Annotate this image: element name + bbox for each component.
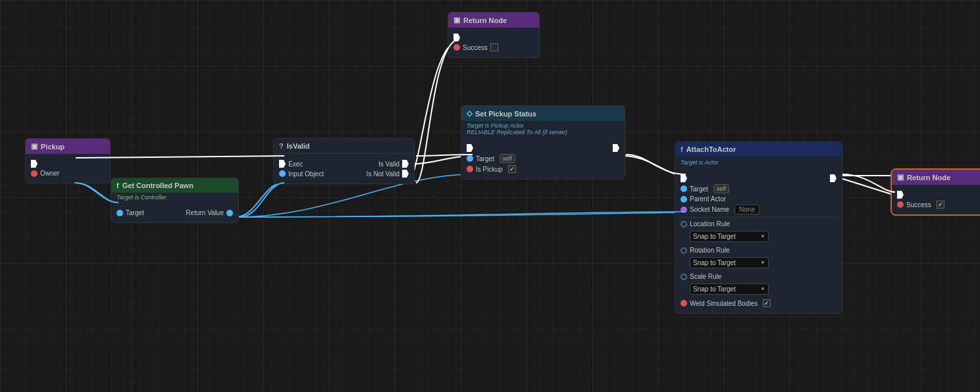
attach-location-value: Snap to Target xyxy=(693,233,736,240)
return-node-1-title: Return Node xyxy=(463,16,507,24)
attach-exec-out[interactable] xyxy=(830,174,837,182)
attach-parent-row: Parent Actor xyxy=(681,195,837,203)
set-pickup-ispickup-row: Is Pickup xyxy=(467,165,619,173)
get-controlled-pawn-target-pin[interactable] xyxy=(116,210,123,216)
set-pickup-ispickup-pin[interactable] xyxy=(467,166,473,172)
function-icon-attach: f xyxy=(681,145,683,153)
attach-rotation-label: Rotation Rule xyxy=(690,247,730,254)
question-icon: ? xyxy=(279,142,284,150)
attach-rotation-arrow: ▼ xyxy=(760,260,765,266)
set-pickup-ispickup-checkbox[interactable] xyxy=(508,165,516,173)
attach-rotation-pin xyxy=(681,247,687,254)
set-pickup-exec-row xyxy=(467,144,619,152)
pickup-owner-label: Owner xyxy=(40,170,59,177)
isvalid-isnotvalid-pin[interactable] xyxy=(402,170,409,178)
diamond-icon: ◇ xyxy=(467,109,472,118)
return1-icon: ▣ xyxy=(453,16,460,24)
isvalid-isvalid-pin[interactable] xyxy=(402,160,409,168)
attach-target-value: self xyxy=(713,184,729,193)
set-pickup-ispickup-label: Is Pickup xyxy=(476,166,503,173)
pickup-exec-out[interactable] xyxy=(31,160,38,168)
return1-success-pin[interactable] xyxy=(453,44,460,51)
return2-exec-row xyxy=(897,191,979,199)
isvalid-exec-in[interactable] xyxy=(279,160,286,168)
function-icon: f xyxy=(116,182,119,189)
return-node-1-header: ▣ Return Node xyxy=(448,12,539,28)
isvalid-input-label: Input Object xyxy=(288,170,324,178)
set-pickup-target-value: self xyxy=(500,154,515,163)
get-controlled-pawn-return-label: Return Value xyxy=(186,209,224,216)
return1-success-checkbox[interactable] xyxy=(490,43,498,51)
attach-target-row: Target self xyxy=(681,184,837,193)
attach-scale-dropdown[interactable]: Snap to Target ▼ xyxy=(690,283,769,295)
set-pickup-exec-in[interactable] xyxy=(467,144,473,152)
isvalid-exec-row: Exec Is Valid xyxy=(279,160,409,168)
attach-socket-row: Socket Name None xyxy=(681,205,837,214)
set-pickup-subtitle1: Target is Pickup Actor xyxy=(467,122,619,129)
pickup-node-header: ▣ Pickup xyxy=(26,139,110,154)
return-node-2-wrapper: ▣ Return Node Success xyxy=(890,168,980,216)
return2-icon: ▣ xyxy=(897,173,904,182)
pickup-owner-pin-row: Owner xyxy=(31,170,105,177)
attach-target-pin[interactable] xyxy=(681,185,687,192)
attach-socket-pin[interactable] xyxy=(681,207,687,213)
attach-weld-label: Weld Simulated Bodies xyxy=(690,300,758,307)
attach-weld-pin[interactable] xyxy=(681,300,687,306)
attach-to-actor-header: f AttachToActor xyxy=(675,142,842,157)
return-node-2[interactable]: ▣ Return Node Success xyxy=(892,170,980,214)
attach-socket-label: Socket Name xyxy=(690,206,729,213)
attach-parent-pin[interactable] xyxy=(681,196,687,203)
set-pickup-status-title: Set Pickup Status xyxy=(475,110,536,118)
attach-rotation-dropdown[interactable]: Snap to Target ▼ xyxy=(690,257,769,268)
set-pickup-status-node[interactable]: ◇ Set Pickup Status Target is Pickup Act… xyxy=(461,105,625,180)
set-pickup-target-pin[interactable] xyxy=(467,155,473,162)
return-node-1[interactable]: ▣ Return Node Success xyxy=(448,12,540,58)
get-controlled-pawn-node[interactable]: f Get Controlled Pawn Target is Controll… xyxy=(111,178,239,223)
attach-scale-rule-row: Scale Rule xyxy=(681,273,837,280)
attach-scale-label: Scale Rule xyxy=(690,273,721,280)
attach-scale-value: Snap to Target xyxy=(693,285,736,293)
isvalid-node[interactable]: ? IsValid Exec Is Valid Input Object Is … xyxy=(273,138,415,184)
attach-to-actor-title: AttachToActor xyxy=(686,145,736,153)
attach-to-actor-node[interactable]: f AttachToActor Target is Actor Target s… xyxy=(675,141,842,314)
return2-success-pin[interactable] xyxy=(897,201,904,208)
get-controlled-pawn-return-pin[interactable] xyxy=(226,210,233,216)
get-controlled-pawn-title: Get Controlled Pawn xyxy=(122,182,193,189)
get-controlled-pawn-header: f Get Controlled Pawn xyxy=(111,178,238,193)
return2-success-label: Success xyxy=(906,201,931,208)
return-node-2-title: Return Node xyxy=(907,174,950,182)
set-pickup-status-header: ◇ Set Pickup Status xyxy=(461,106,625,121)
set-pickup-target-row: Target self xyxy=(467,154,619,163)
attach-location-dropdown[interactable]: Snap to Target ▼ xyxy=(690,231,769,242)
pickup-node[interactable]: ▣ Pickup Owner xyxy=(25,138,111,184)
get-controlled-pawn-target-label: Target xyxy=(126,209,144,216)
pickup-owner-pin[interactable] xyxy=(31,170,38,177)
isvalid-input-row: Input Object Is Not Valid xyxy=(279,170,409,178)
return2-success-row: Success xyxy=(897,201,979,208)
set-pickup-exec-out[interactable] xyxy=(613,144,619,152)
get-controlled-pawn-pins: Target Return Value xyxy=(116,209,233,216)
get-controlled-pawn-subtitle: Target is Controller xyxy=(111,193,238,203)
attach-exec-in[interactable] xyxy=(681,174,687,182)
isvalid-isvalid-label: Is Valid xyxy=(378,160,400,168)
attach-to-actor-subtitle: Target is Actor xyxy=(681,159,718,166)
attach-location-arrow: ▼ xyxy=(760,233,765,239)
attach-weld-checkbox[interactable] xyxy=(763,299,771,307)
isvalid-input-pin[interactable] xyxy=(279,170,286,177)
isvalid-isnotvalid-label: Is Not Valid xyxy=(367,170,400,178)
pickup-title: Pickup xyxy=(41,143,64,151)
return2-success-checkbox[interactable] xyxy=(937,201,944,208)
return1-success-label: Success xyxy=(463,44,488,51)
attach-parent-label: Parent Actor xyxy=(690,195,726,203)
return1-success-row: Success xyxy=(453,43,534,51)
isvalid-title: IsValid xyxy=(287,142,310,150)
pickup-icon: ▣ xyxy=(31,142,38,151)
attach-scale-pin xyxy=(681,274,687,280)
return2-exec-in[interactable] xyxy=(897,191,904,199)
attach-rotation-rule-row: Rotation Rule xyxy=(681,247,837,254)
attach-exec-row xyxy=(681,174,837,182)
attach-location-label: Location Rule xyxy=(690,220,730,228)
return1-exec-in[interactable] xyxy=(453,34,460,41)
attach-location-rule-row: Location Rule xyxy=(681,220,837,228)
attach-location-pin xyxy=(681,221,687,228)
